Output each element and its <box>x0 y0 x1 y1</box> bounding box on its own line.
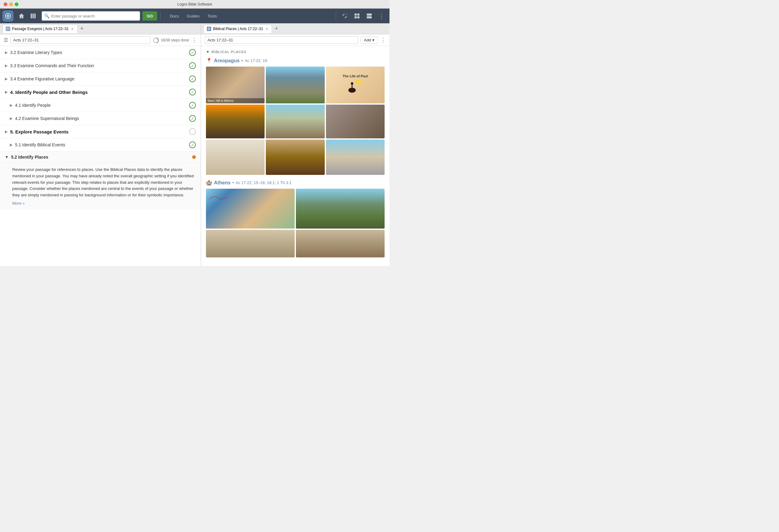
athens-extra-image-2[interactable] <box>296 230 384 257</box>
toolbar-divider-2 <box>336 12 336 20</box>
right-more-menu-button[interactable]: ⋮ <box>380 37 386 44</box>
step-5[interactable]: ▶ 5. Explore Passage Events <box>0 125 201 138</box>
more-link[interactable]: More » <box>12 201 195 206</box>
step-label: 5.2 Identify Places <box>11 155 190 159</box>
home-button[interactable] <box>16 10 27 21</box>
rocky-right-image[interactable] <box>326 105 384 138</box>
step-check-icon: ✓ <box>189 102 196 109</box>
athens-title: 🏰 Athens • Ac 17:22, 15–16; 18:1; 1 Th 3… <box>206 180 384 186</box>
step-check-icon: ✓ <box>189 141 196 148</box>
step-5-1[interactable]: ▶ 5.1 Identify Biblical Events ✓ <box>0 138 201 151</box>
app-logo[interactable] <box>2 10 13 21</box>
engraving-image[interactable] <box>206 140 264 175</box>
athens-refs: Ac 17:22, 15–16; 18:1; 1 Th 3:1 <box>236 180 292 185</box>
athens-map-image[interactable] <box>206 189 295 228</box>
svg-line-22 <box>357 82 363 86</box>
title-bar: Logos Bible Software <box>0 0 390 9</box>
rocky-sunset-image[interactable] <box>206 105 264 138</box>
add-tab-right-button[interactable]: + <box>273 25 280 32</box>
svg-rect-6 <box>357 13 359 16</box>
svg-rect-10 <box>367 16 372 18</box>
passage-exegesis-tab[interactable]: Passage Exegesis | Acts 17:22–31 × <box>2 24 78 33</box>
steps-list: ▶ 3.2 Examine Literary Types ✓ ▶ 3.3 Exa… <box>0 46 201 266</box>
areopagus-entry: 📍 Areopagus • Ac 17:22, 19 Mars' Hill in… <box>206 58 384 175</box>
paul-silhouette <box>346 78 364 95</box>
svg-rect-4 <box>35 13 36 18</box>
tab-label: Passage Exegesis | Acts 17:22–31 <box>12 27 69 31</box>
step-4[interactable]: ▶ 4. Identify People and Other Beings ✓ <box>0 86 201 99</box>
passage-input-right[interactable] <box>205 36 358 44</box>
chevron-right-icon: ▶ <box>5 77 8 81</box>
areopagus-name[interactable]: Areopagus <box>214 58 240 64</box>
right-panel: Biblical Places | Acts 17:22–31 × + Add … <box>201 23 390 266</box>
step-5-2-header[interactable]: ▼ 5.2 Identify Places <box>0 151 201 163</box>
section-header: ▼ BIBLICAL PLACES <box>206 50 384 54</box>
step-label: 4.1 Identify People <box>15 103 187 108</box>
svg-rect-9 <box>367 13 372 16</box>
athens-extra-image-1[interactable] <box>206 230 295 257</box>
rocky-path-image[interactable] <box>266 105 324 138</box>
add-label: Add <box>364 38 371 42</box>
passage-input-left[interactable] <box>10 36 151 44</box>
add-button[interactable]: Add ▾ <box>361 36 378 44</box>
toolbar-right: ⋮ <box>334 10 387 21</box>
progress-indicator: 18/38 steps done <box>153 37 189 43</box>
grid-view-button[interactable] <box>351 10 362 21</box>
window-title: Logos Bible Software <box>177 2 212 6</box>
progress-text: 18/38 steps done <box>161 38 189 42</box>
search-input[interactable] <box>51 14 137 18</box>
mars-hill-image[interactable]: Mars' Hill in Athens <box>206 67 264 104</box>
step-label: 5. Explore Passage Events <box>10 129 187 134</box>
chevron-right-icon: ▶ <box>10 116 13 121</box>
tools-nav-button[interactable]: Tools <box>204 13 220 20</box>
more-menu-button[interactable]: ⋮ <box>191 37 197 44</box>
areopagus-refs: Ac 17:22, 19 <box>245 58 267 63</box>
tab-close-button[interactable]: × <box>71 26 74 31</box>
toolbar: 🔍 GO Docs Guides Tools <box>0 9 390 23</box>
step-label: 4.2 Examine Supernatural Beings <box>15 116 187 121</box>
section-title: BIBLICAL PLACES <box>212 50 246 54</box>
castle-icon: 🏰 <box>206 180 212 186</box>
step-check-icon: ✓ <box>189 89 196 95</box>
tab-close-right-button[interactable]: × <box>265 26 268 31</box>
docs-nav-button[interactable]: Docs <box>166 13 183 20</box>
menu-icon[interactable]: ☰ <box>4 37 8 43</box>
areopagus-title: 📍 Areopagus • Ac 17:22, 19 <box>206 58 384 64</box>
step-label: 5.1 Identify Biblical Events <box>15 142 187 147</box>
section-toggle[interactable]: ▼ <box>206 50 209 54</box>
step-label: 3.2 Examine Literary Types <box>10 50 187 55</box>
aerial-city-image[interactable] <box>326 140 384 175</box>
right-tab-bar: Biblical Places | Acts 17:22–31 × + <box>201 23 390 35</box>
areopagus-images-row2 <box>206 105 384 138</box>
minimize-window-button[interactable] <box>9 2 13 6</box>
step-3-4[interactable]: ▶ 3.4 Examine Figurative Language ✓ <box>0 72 201 86</box>
step-4-1[interactable]: ▶ 4.1 Identify People ✓ <box>0 99 201 112</box>
painting-image[interactable] <box>266 140 324 175</box>
left-panel: Passage Exegesis | Acts 17:22–31 × + ☰ 1… <box>0 23 201 266</box>
step-4-2[interactable]: ▶ 4.2 Examine Supernatural Beings ✓ <box>0 112 201 125</box>
guides-nav-button[interactable]: Guides <box>183 13 203 20</box>
chevron-right-icon: ▶ <box>10 103 13 108</box>
step-3-3[interactable]: ▶ 3.3 Examine Commands and Their Functio… <box>0 59 201 72</box>
maximize-window-button[interactable] <box>15 2 18 6</box>
close-window-button[interactable] <box>4 2 7 6</box>
more-options-button[interactable]: ⋮ <box>376 10 387 21</box>
step-check-icon: ✓ <box>189 75 196 82</box>
athens-entry: 🏰 Athens • Ac 17:22, 15–16; 18:1; 1 Th 3… <box>206 180 384 257</box>
step-3-2[interactable]: ▶ 3.2 Examine Literary Types ✓ <box>0 46 201 59</box>
biblical-places-tab[interactable]: Biblical Places | Acts 17:22–31 × <box>203 24 272 33</box>
areopagus-images-row1: Mars' Hill in Athens The Life of Paul <box>206 67 384 104</box>
add-tab-button[interactable]: + <box>78 25 85 32</box>
refresh-button[interactable] <box>339 10 350 21</box>
life-of-paul-image[interactable]: The Life of Paul <box>326 67 384 104</box>
athens-name[interactable]: Athens <box>214 180 231 186</box>
library-button[interactable] <box>28 10 39 21</box>
layout-button[interactable] <box>364 10 375 21</box>
go-button[interactable]: GO <box>142 11 157 20</box>
image-label: Mars' Hill in Athens <box>206 98 264 104</box>
chevron-right-icon: ▶ <box>5 50 8 55</box>
step-label: 4. Identify People and Other Beings <box>10 89 187 95</box>
athens-view-image[interactable] <box>296 189 384 228</box>
svg-rect-2 <box>31 13 32 18</box>
athens-aerial-image[interactable] <box>266 67 324 104</box>
